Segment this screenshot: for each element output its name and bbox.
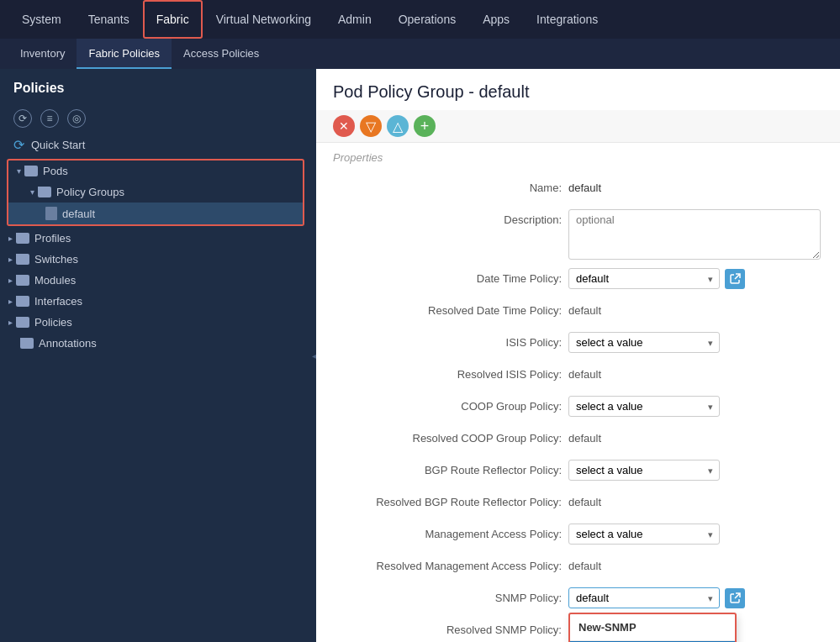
- sidebar-item-annotations[interactable]: Annotations: [0, 333, 311, 354]
- datetime-link-icon[interactable]: [725, 269, 745, 289]
- resolved-bgp-value: default: [568, 492, 601, 508]
- snmp-select-wrapper: default fabric: [568, 587, 720, 608]
- bgp-label: BGP Route Reflector Policy:: [333, 460, 568, 476]
- sidebar-item-pods[interactable]: ▾ Pods: [8, 160, 303, 182]
- sidebar-item-modules[interactable]: ▸ Modules: [0, 270, 311, 291]
- content-toolbar: ✕ ▽ △ +: [316, 110, 840, 143]
- folder-icon: [38, 187, 51, 197]
- page-title: Pod Policy Group - default: [316, 69, 840, 110]
- delete-button[interactable]: ✕: [333, 115, 355, 137]
- coop-label: COOP Group Policy:: [333, 396, 568, 413]
- section-label: Properties: [316, 143, 840, 169]
- chevron-right-icon: ▸: [8, 297, 13, 306]
- top-navigation: System Tenants Fabric Virtual Networking…: [0, 0, 840, 39]
- folder-icon: [20, 338, 34, 349]
- folder-icon: [16, 233, 29, 244]
- datetime-select-wrap: default: [568, 268, 745, 289]
- folder-icon: [24, 166, 38, 176]
- pods-section: ▾ Pods ▾ Policy Groups default: [7, 159, 304, 226]
- resolved-isis-label: Resolved ISIS Policy:: [333, 364, 568, 381]
- coop-select[interactable]: select a value: [568, 396, 720, 417]
- name-label: Name:: [333, 177, 568, 194]
- doc-icon: [45, 207, 57, 220]
- snmp-dropdown-menu: New-SNMP default fabric Create SNMP Poli…: [568, 613, 737, 642]
- action-button-1[interactable]: ▽: [360, 115, 382, 137]
- folder-icon: [16, 296, 29, 307]
- nav-item-tenants[interactable]: Tenants: [75, 0, 143, 39]
- form-row-mgmt: Management Access Policy: select a value: [333, 524, 823, 547]
- subnav-fabric-policies[interactable]: Fabric Policies: [77, 39, 172, 69]
- snmp-link-icon[interactable]: [725, 588, 745, 608]
- chevron-down-icon: ▾: [17, 166, 21, 176]
- action-button-2[interactable]: △: [387, 115, 409, 137]
- sub-navigation: Inventory Fabric Policies Access Policie…: [0, 39, 840, 69]
- chevron-right-icon: ▸: [8, 234, 13, 243]
- resolved-datetime-label: Resolved Date Time Policy:: [333, 300, 568, 317]
- toolbar-refresh-icon[interactable]: ⟳: [13, 109, 32, 128]
- sidebar-item-policies[interactable]: ▸ Policies: [0, 312, 311, 333]
- form-row-description: Description:: [333, 209, 823, 260]
- resolved-datetime-value: default: [568, 300, 601, 317]
- subnav-access-policies[interactable]: Access Policies: [172, 39, 271, 69]
- nav-item-apps[interactable]: Apps: [469, 0, 523, 39]
- coop-select-wrapper: select a value: [568, 396, 720, 417]
- folder-icon: [16, 254, 29, 265]
- sidebar: Policies ⟳ ≡ ◎ ⟳ Quick Start ▾ Pods ▾ Po…: [0, 69, 311, 642]
- nav-item-virtual-networking[interactable]: Virtual Networking: [203, 0, 325, 39]
- chevron-down-icon: ▾: [30, 187, 34, 197]
- nav-item-system[interactable]: System: [8, 0, 75, 39]
- nav-item-fabric[interactable]: Fabric: [143, 0, 203, 39]
- sidebar-item-default[interactable]: default: [8, 203, 303, 224]
- description-input[interactable]: [568, 209, 821, 260]
- snmp-select[interactable]: default fabric: [568, 587, 720, 608]
- sidebar-item-switches[interactable]: ▸ Switches: [0, 249, 311, 270]
- snmp-new-item: New-SNMP: [570, 614, 735, 641]
- content-area: Pod Policy Group - default ✕ ▽ △ + Prope…: [316, 69, 840, 642]
- form-row-isis: ISIS Policy: select a value: [333, 332, 823, 355]
- resolved-isis-value: default: [568, 364, 601, 381]
- sidebar-item-interfaces[interactable]: ▸ Interfaces: [0, 291, 311, 312]
- form-row-name: Name: default: [333, 177, 823, 201]
- datetime-select[interactable]: default: [568, 268, 720, 289]
- resolved-snmp-label: Resolved SNMP Policy:: [333, 619, 568, 636]
- form-row-resolved-coop: Resolved COOP Group Policy: default: [333, 428, 823, 451]
- main-layout: Policies ⟳ ≡ ◎ ⟳ Quick Start ▾ Pods ▾ Po…: [0, 69, 840, 642]
- folder-icon: [16, 275, 29, 286]
- snmp-label: SNMP Policy:: [333, 587, 568, 604]
- resolved-mgmt-label: Resolved Management Access Policy:: [333, 555, 568, 572]
- form-row-resolved-datetime: Resolved Date Time Policy: default: [333, 300, 823, 324]
- form-row-resolved-isis: Resolved ISIS Policy: default: [333, 364, 823, 387]
- bgp-select-wrapper: select a value: [568, 460, 720, 481]
- form-row-snmp: SNMP Policy: default fabric New-SNM: [333, 587, 823, 611]
- sidebar-item-profiles[interactable]: ▸ Profiles: [0, 228, 311, 249]
- form-area: Name: default Description: Date Time Pol…: [316, 169, 840, 642]
- bgp-select[interactable]: select a value: [568, 460, 720, 481]
- snmp-select-wrap: default fabric New-SNMP default fabric: [568, 587, 745, 608]
- mgmt-select[interactable]: select a value: [568, 524, 720, 545]
- resolved-coop-label: Resolved COOP Group Policy:: [333, 428, 568, 445]
- isis-select[interactable]: select a value: [568, 332, 720, 353]
- action-button-3[interactable]: +: [414, 115, 436, 137]
- subnav-inventory[interactable]: Inventory: [8, 39, 77, 69]
- toolbar-list-icon[interactable]: ≡: [40, 109, 59, 128]
- resolved-bgp-label: Resolved BGP Route Reflector Policy:: [333, 492, 568, 508]
- sidebar-toolbar: ⟳ ≡ ◎: [0, 104, 311, 133]
- mgmt-label: Management Access Policy:: [333, 524, 568, 540]
- chevron-right-icon: ▸: [8, 318, 13, 327]
- form-row-bgp: BGP Route Reflector Policy: select a val…: [333, 460, 823, 483]
- nav-item-operations[interactable]: Operations: [385, 0, 469, 39]
- snmp-dropdown-container: default fabric New-SNMP default fabric: [568, 587, 720, 608]
- datetime-select-wrapper: default: [568, 268, 720, 289]
- toolbar-settings-icon[interactable]: ◎: [67, 109, 86, 128]
- nav-item-integrations[interactable]: Integrations: [523, 0, 611, 39]
- sidebar-item-quick-start[interactable]: ⟳ Quick Start: [0, 133, 311, 157]
- form-row-resolved-bgp: Resolved BGP Route Reflector Policy: def…: [333, 492, 823, 515]
- mgmt-select-wrapper: select a value: [568, 524, 720, 545]
- datetime-label: Date Time Policy:: [333, 268, 568, 285]
- isis-label: ISIS Policy:: [333, 332, 568, 349]
- nav-item-admin[interactable]: Admin: [325, 0, 385, 39]
- sidebar-title: Policies: [0, 69, 311, 104]
- form-row-datetime: Date Time Policy: default: [333, 268, 823, 292]
- chevron-right-icon: ▸: [8, 276, 13, 285]
- sidebar-item-policy-groups[interactable]: ▾ Policy Groups: [8, 182, 303, 203]
